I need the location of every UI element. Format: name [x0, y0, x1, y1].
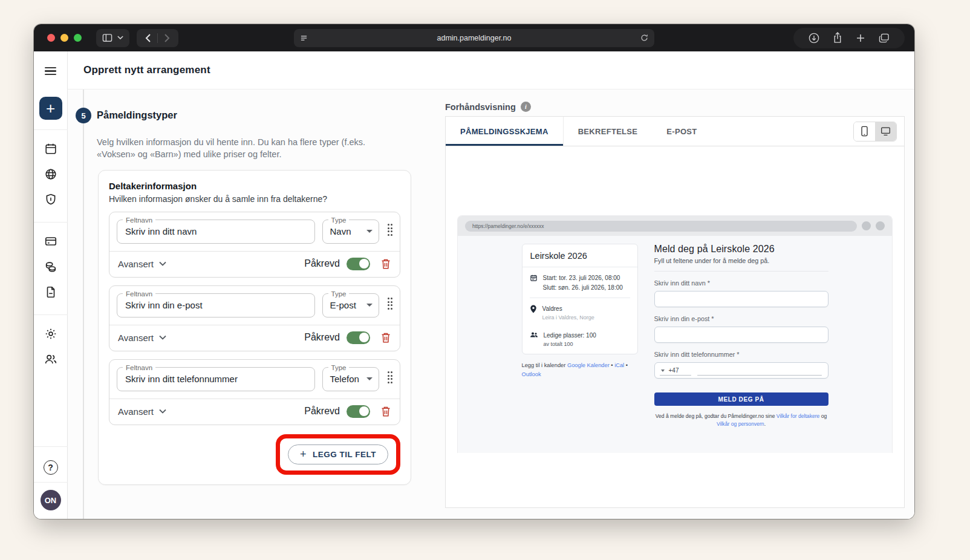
- feltnavn-input[interactable]: [117, 224, 314, 243]
- zoom-window-button[interactable]: [74, 34, 82, 42]
- type-value: Navn: [330, 226, 351, 236]
- type-label: Type: [328, 364, 350, 371]
- tab-bekreftelse[interactable]: BEKREFTELSE: [564, 117, 653, 146]
- pakrevd-label: Påkrevd: [304, 332, 340, 343]
- terms-participants-link[interactable]: Vilkår for deltakere: [776, 413, 820, 419]
- chevron-down-icon: [366, 230, 373, 233]
- browser-window: admin.pameldinger.no: [34, 24, 914, 519]
- coins-nav-icon[interactable]: [38, 254, 63, 279]
- step-description: Velg hvilken informasjon du vil hente in…: [97, 136, 403, 161]
- feltnavn-label: Feltnavn: [123, 290, 155, 298]
- reader-icon[interactable]: [300, 34, 308, 42]
- shield-nav-icon[interactable]: [38, 187, 63, 212]
- tab-overview-button[interactable]: [879, 33, 890, 43]
- name-field[interactable]: [654, 291, 828, 307]
- type-select[interactable]: E-post: [323, 298, 379, 317]
- location-pin-icon: [530, 305, 537, 322]
- google-calendar-link[interactable]: Google Kalender: [567, 362, 610, 368]
- email-field[interactable]: [654, 327, 828, 343]
- type-select[interactable]: Telefon: [323, 371, 379, 391]
- address-bar[interactable]: admin.pameldinger.no: [294, 29, 654, 47]
- calendar-nav-icon[interactable]: [38, 136, 63, 161]
- required-toggle[interactable]: [347, 405, 370, 418]
- pakrevd-label: Påkrevd: [304, 258, 340, 269]
- back-button[interactable]: [139, 29, 157, 47]
- toolbar-right: [793, 28, 905, 48]
- drag-handle-icon[interactable]: [388, 371, 393, 383]
- outlook-link[interactable]: Outlook: [522, 371, 541, 377]
- mock-circle: [862, 221, 871, 230]
- delete-field-icon[interactable]: [380, 258, 391, 270]
- avansert-label: Avansert: [118, 333, 154, 343]
- event-spots-row: Ledige plasser: 100 av totalt 100: [522, 327, 637, 354]
- desktop-view-button[interactable]: [875, 122, 896, 141]
- event-dates-row: Start: tor. 23. juli 2026, 08:00 Slutt: …: [522, 267, 637, 298]
- chevron-down-icon: [159, 335, 166, 340]
- plus-icon: +: [300, 450, 307, 458]
- delete-field-icon[interactable]: [380, 406, 391, 417]
- tab-pameldingsskjema[interactable]: PÅMELDINGSSKJEMA: [446, 117, 564, 146]
- required-toggle[interactable]: [347, 331, 370, 344]
- mock-url-bar: https://pameldinger.no/e/xxxxxx: [465, 221, 857, 232]
- globe-nav-icon[interactable]: [38, 161, 63, 187]
- mobile-view-button[interactable]: [854, 122, 875, 141]
- calendar-label: Legg til i kalender: [522, 362, 567, 368]
- left-icon-rail: +: [34, 51, 68, 519]
- sidebar-toggle-button[interactable]: [96, 29, 129, 47]
- rail-divider: [34, 129, 68, 130]
- field-row-email: Feltnavn Type E-post: [109, 285, 400, 351]
- type-fieldset: Type E-post: [322, 290, 379, 317]
- event-start: Start: tor. 23. juli 2026, 08:00: [543, 273, 623, 283]
- preview-column: Forhåndsvisning i PÅMELDINGSSKJEMA BEKRE…: [428, 90, 914, 519]
- mock-page-body: Leirskole 2026 Start: tor.: [458, 236, 892, 453]
- terms-pre: Ved å melde deg på, godtar du Påmeldinge…: [656, 413, 776, 419]
- menu-button[interactable]: [45, 65, 56, 77]
- terms-privacy-link[interactable]: Vilkår og personvern: [717, 421, 764, 427]
- avansert-toggle[interactable]: Avansert: [118, 259, 166, 269]
- field-row-name: Feltnavn Type Navn: [109, 212, 400, 278]
- submit-button[interactable]: MELD DEG PÅ: [654, 392, 828, 406]
- chevron-down-icon: [366, 377, 373, 380]
- share-button[interactable]: [833, 32, 842, 44]
- drag-handle-icon[interactable]: [388, 298, 393, 310]
- type-label: Type: [328, 290, 350, 298]
- delete-field-icon[interactable]: [380, 332, 391, 343]
- phone-field[interactable]: +47: [654, 362, 828, 379]
- event-summary-card: Leirskole 2026 Start: tor.: [522, 244, 638, 354]
- downloads-button[interactable]: [809, 33, 819, 44]
- document-nav-icon[interactable]: [38, 279, 63, 305]
- settings-nav-icon[interactable]: [38, 321, 63, 347]
- chevron-down-icon: [159, 261, 166, 266]
- preview-title: Forhåndsvisning: [445, 102, 516, 112]
- step-number-badge: 5: [76, 108, 91, 123]
- create-new-button[interactable]: +: [39, 97, 62, 120]
- drag-handle-icon[interactable]: [388, 224, 393, 236]
- chevron-down-icon: [366, 304, 373, 307]
- avatar[interactable]: ON: [41, 490, 61, 510]
- ical-link[interactable]: iCal: [614, 362, 624, 368]
- type-label: Type: [328, 217, 350, 224]
- event-title: Leirskole 2026: [522, 244, 637, 267]
- device-toggle: [853, 122, 897, 142]
- close-window-button[interactable]: [47, 34, 55, 42]
- required-toggle[interactable]: [347, 258, 370, 270]
- page-title: Opprett nytt arrangement: [83, 64, 210, 76]
- forward-button[interactable]: [158, 29, 176, 47]
- avansert-toggle[interactable]: Avansert: [118, 333, 166, 343]
- form-title: Meld deg på Leirskole 2026: [654, 244, 828, 255]
- feltnavn-input[interactable]: [117, 371, 314, 391]
- payments-nav-icon[interactable]: [38, 229, 63, 254]
- add-field-button[interactable]: + LEGG TIL FELT: [288, 444, 388, 464]
- separator: •: [624, 362, 628, 368]
- type-select[interactable]: Navn: [323, 224, 379, 243]
- minimize-window-button[interactable]: [60, 34, 68, 42]
- feltnavn-input[interactable]: [117, 298, 314, 317]
- users-nav-icon[interactable]: [38, 347, 63, 372]
- reload-icon[interactable]: [640, 34, 648, 42]
- help-icon[interactable]: ?: [44, 460, 58, 475]
- info-icon[interactable]: i: [521, 102, 531, 112]
- avansert-toggle[interactable]: Avansert: [118, 406, 166, 417]
- tab-epost[interactable]: E-POST: [652, 117, 711, 146]
- new-tab-button[interactable]: [856, 33, 865, 43]
- terms-mid: og: [819, 413, 827, 419]
